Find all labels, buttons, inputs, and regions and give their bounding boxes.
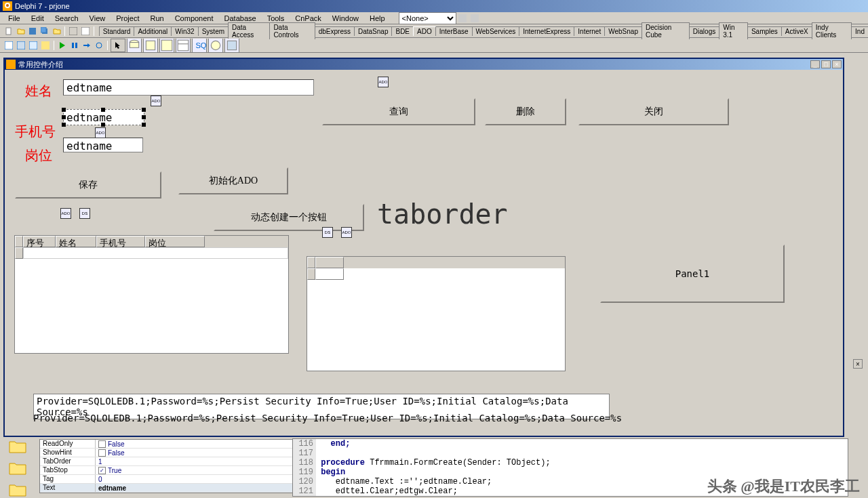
minimize-button[interactable]: _ <box>810 60 820 68</box>
edit-name[interactable]: edtname <box>63 79 314 96</box>
pointer-icon[interactable] <box>111 39 125 52</box>
menu-run[interactable]: Run <box>144 13 169 24</box>
ds-comp-icon[interactable]: DS <box>79 208 90 219</box>
panel1[interactable]: Panel1 <box>600 245 785 303</box>
checkbox-icon[interactable] <box>98 449 106 457</box>
selection-handle[interactable] <box>101 108 105 112</box>
tool-a-icon[interactable] <box>457 13 468 24</box>
adocommand-icon[interactable] <box>143 39 158 52</box>
adotable-icon[interactable] <box>176 39 191 52</box>
col-name[interactable]: 姓名 <box>56 236 96 247</box>
scope-dropdown[interactable]: <None> <box>399 12 456 24</box>
prop-readonly[interactable]: ReadOnly False <box>40 440 319 449</box>
tab-decision-cube[interactable]: Decision Cube <box>642 22 690 39</box>
ado-comp-icon[interactable]: ADO <box>95 127 106 138</box>
pause-icon[interactable] <box>69 40 80 51</box>
close-form-button[interactable]: 关闭 <box>578 98 729 125</box>
selection-handle[interactable] <box>101 123 105 127</box>
selection-handle[interactable] <box>62 123 66 127</box>
selection-handle[interactable] <box>62 115 66 119</box>
label-taborder[interactable]: taborder <box>377 199 508 230</box>
tab-websnap[interactable]: WebSnap <box>604 26 642 36</box>
tab-additional[interactable]: Additional <box>134 26 172 36</box>
folder-icon[interactable] <box>9 482 26 497</box>
tab-data-access[interactable]: Data Access <box>228 22 270 39</box>
delete-button[interactable]: 删除 <box>485 98 566 125</box>
selection-handle[interactable] <box>142 123 146 127</box>
query-button[interactable]: 查询 <box>322 98 475 125</box>
menu-edit[interactable]: Edit <box>26 13 50 24</box>
open-icon[interactable] <box>16 26 26 37</box>
run-icon[interactable] <box>57 40 68 51</box>
tab-dbexpress[interactable]: dbExpress <box>315 26 355 36</box>
new-frame-icon[interactable] <box>16 40 26 51</box>
adostoredproc-icon[interactable] <box>208 39 223 52</box>
tab-ado[interactable]: ADO <box>413 26 436 36</box>
prop-showhint[interactable]: ShowHint False <box>40 449 319 457</box>
col-seq[interactable]: 序号 <box>23 236 56 247</box>
open-project-icon[interactable] <box>52 26 62 37</box>
dbgrid-left[interactable]: 序号 姓名 手机号 岗位 <box>14 235 289 354</box>
tab-standard[interactable]: Standard <box>99 26 135 36</box>
view-form-icon[interactable] <box>40 40 51 51</box>
tab-bde[interactable]: BDE <box>391 26 414 36</box>
new-icon[interactable] <box>3 26 14 37</box>
menu-project[interactable]: Project <box>111 13 144 24</box>
dbgrid-mid[interactable] <box>307 256 566 371</box>
menu-help[interactable]: Help <box>364 13 391 24</box>
menu-view[interactable]: View <box>84 13 111 24</box>
tab-internet[interactable]: Internet <box>574 26 605 36</box>
prop-text[interactable]: Text edtname <box>40 484 319 493</box>
label-phone[interactable]: 手机号 <box>15 123 56 141</box>
initado-button[interactable]: 初始化ADO <box>178 167 288 194</box>
label-name[interactable]: 姓名 <box>25 82 52 100</box>
unit-icon[interactable] <box>80 26 91 37</box>
save-icon[interactable] <box>27 26 38 37</box>
label-post[interactable]: 岗位 <box>25 146 52 165</box>
tab-win32[interactable]: Win32 <box>171 26 198 36</box>
step-icon[interactable] <box>81 40 92 51</box>
tab-indy-clients[interactable]: Indy Clients <box>812 22 852 39</box>
step-over-icon[interactable] <box>94 40 104 51</box>
maximize-button[interactable]: □ <box>821 60 831 68</box>
save-button[interactable]: 保存 <box>15 171 161 199</box>
edit-post[interactable]: edtname <box>63 138 143 152</box>
ado-comp-icon[interactable]: ADO <box>60 208 71 219</box>
tab-datasnap[interactable]: DataSnap <box>354 26 392 36</box>
tab-samples[interactable]: Samples <box>747 26 782 36</box>
selection-handle[interactable] <box>142 108 146 112</box>
tab-system[interactable]: System <box>198 26 229 36</box>
new-form-icon[interactable] <box>3 40 14 51</box>
view-unit-icon[interactable] <box>28 40 39 51</box>
folder-icon[interactable] <box>9 439 26 454</box>
prop-tag[interactable]: Tag 0 <box>40 475 319 484</box>
tab-ind[interactable]: Ind <box>851 26 868 36</box>
ado-comp-icon[interactable]: ADO <box>341 227 352 238</box>
form-icon[interactable] <box>68 26 79 37</box>
tab-webservices[interactable]: WebServices <box>472 26 520 36</box>
tool-b-icon[interactable] <box>469 13 480 24</box>
form-canvas[interactable]: 姓名 edtname ADO edtname 手机号 ADO edtname 岗… <box>5 70 843 436</box>
selection-handle[interactable] <box>62 108 66 112</box>
adoquery-icon[interactable]: SQL <box>192 39 207 52</box>
tab-internetexpress[interactable]: InternetExpress <box>519 26 574 36</box>
menu-file[interactable]: File <box>3 13 26 24</box>
adodataset-icon[interactable] <box>159 39 174 52</box>
ado-comp-icon[interactable]: ADO <box>151 96 161 106</box>
menu-window[interactable]: Window <box>327 13 364 24</box>
saveall-icon[interactable] <box>39 26 50 37</box>
close-button[interactable]: × <box>832 60 842 68</box>
col-phone[interactable]: 手机号 <box>96 236 145 247</box>
checkbox-icon[interactable]: ✓ <box>98 467 106 474</box>
folder-icon[interactable] <box>9 461 26 476</box>
form-titlebar[interactable]: 常用控件介绍 _ □ × <box>5 59 843 70</box>
col-post[interactable]: 岗位 <box>145 236 205 247</box>
tab-dialogs[interactable]: Dialogs <box>689 26 719 36</box>
tab-data-controls[interactable]: Data Controls <box>269 22 315 39</box>
tab-activex[interactable]: ActiveX <box>781 26 812 36</box>
adoconnection-icon[interactable] <box>127 39 142 52</box>
prop-taborder[interactable]: TabOrder 1 <box>40 457 319 466</box>
prop-tabstop[interactable]: TabStop ✓True <box>40 466 319 475</box>
ds-comp-icon[interactable]: DS <box>322 227 333 238</box>
ado-comp-icon[interactable]: ADO <box>378 77 389 87</box>
